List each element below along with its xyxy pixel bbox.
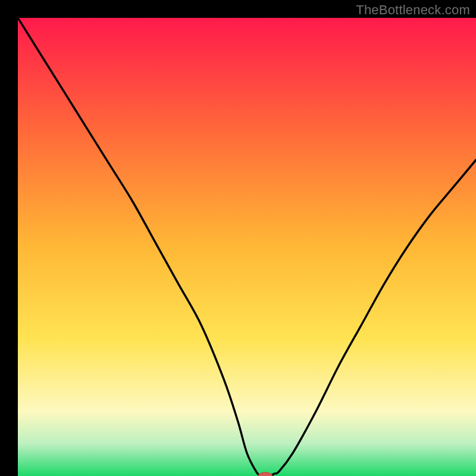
- chart-svg: [18, 18, 476, 476]
- watermark-text: TheBottleneck.com: [356, 2, 470, 18]
- chart-frame: TheBottleneck.com: [0, 0, 476, 476]
- plot-area: [18, 18, 476, 476]
